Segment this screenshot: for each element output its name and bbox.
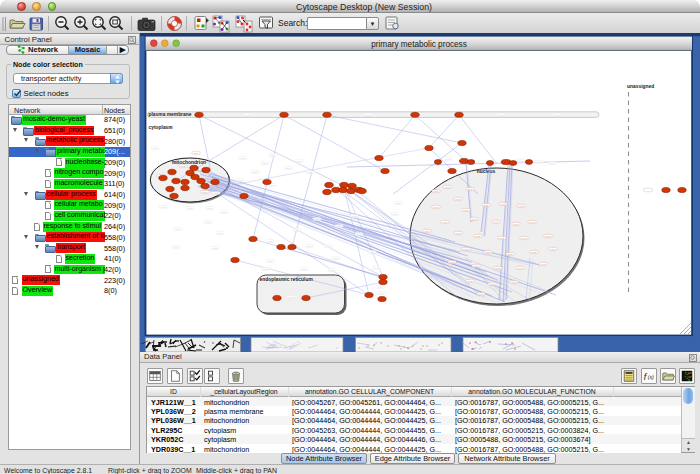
svg-text:(x-x): (x-x) <box>208 207 213 210</box>
svg-text:(x-x): (x-x) <box>519 160 524 163</box>
svg-text:(x-x): (x-x) <box>508 253 513 256</box>
svg-text:(x-x): (x-x) <box>546 235 551 238</box>
svg-text:(x-x): (x-x) <box>181 165 186 168</box>
svg-text:(x-x): (x-x) <box>468 280 473 283</box>
svg-text:(x-x): (x-x) <box>253 171 258 174</box>
svg-text:(x-x): (x-x) <box>357 233 362 236</box>
svg-text:endoplasmic reticulum: endoplasmic reticulum <box>260 277 314 282</box>
svg-text:(x-x): (x-x) <box>393 213 398 216</box>
svg-text:(x-x): (x-x) <box>500 237 505 240</box>
svg-text:(x-x): (x-x) <box>153 147 158 150</box>
svg-text:(x-x): (x-x) <box>379 292 384 295</box>
svg-text:(x-x): (x-x) <box>206 221 211 224</box>
svg-text:(x-x): (x-x) <box>268 240 273 243</box>
svg-text:(x-x): (x-x) <box>532 251 537 254</box>
svg-text:(x-x): (x-x) <box>519 205 524 208</box>
svg-text:(x-x): (x-x) <box>541 263 546 266</box>
svg-text:(x-x): (x-x) <box>537 161 542 164</box>
svg-text:(x-x): (x-x) <box>241 157 246 160</box>
svg-text:(x-x): (x-x) <box>308 171 313 174</box>
svg-text:(x-x): (x-x) <box>396 202 401 205</box>
svg-text:(x-x): (x-x) <box>555 114 560 117</box>
svg-text:(x): (x) <box>648 374 654 380</box>
svg-text:(x-x): (x-x) <box>446 158 451 161</box>
svg-text:(x-x): (x-x) <box>479 293 484 296</box>
svg-text:(x-x): (x-x) <box>512 281 517 284</box>
svg-text:(x-x): (x-x) <box>374 267 379 270</box>
svg-text:(x-x): (x-x) <box>514 223 519 226</box>
svg-text:(x-x): (x-x) <box>174 246 179 249</box>
svg-text:(x-x): (x-x) <box>203 191 208 194</box>
svg-text:(x-x): (x-x) <box>176 228 181 231</box>
svg-text:(x-x): (x-x) <box>370 251 375 254</box>
svg-text:(x-x): (x-x) <box>334 257 339 260</box>
svg-text:mitochondrion: mitochondrion <box>172 160 206 165</box>
svg-text:(x-x): (x-x) <box>464 209 469 212</box>
svg-text:(x-x): (x-x) <box>490 283 495 286</box>
svg-text:(x-x): (x-x) <box>494 221 499 224</box>
svg-text:(x-x): (x-x) <box>326 245 331 248</box>
svg-text:(x-x): (x-x) <box>297 160 302 163</box>
svg-text:(x-x): (x-x) <box>352 215 357 218</box>
svg-text:(x-x): (x-x) <box>188 207 193 210</box>
svg-text:(x-x): (x-x) <box>263 162 268 165</box>
svg-text:(x-x): (x-x) <box>238 179 243 182</box>
svg-text:(x-x): (x-x) <box>337 225 342 228</box>
svg-text:(x-x): (x-x) <box>456 198 461 201</box>
svg-text:(x-x): (x-x) <box>425 230 430 233</box>
svg-text:(x-x): (x-x) <box>501 203 506 206</box>
svg-text:(x-x): (x-x) <box>476 235 481 238</box>
svg-text:(x-x): (x-x) <box>213 247 218 250</box>
svg-text:(x-x): (x-x) <box>218 232 223 235</box>
svg-text:(x-x): (x-x) <box>366 114 371 117</box>
svg-text:(x-x): (x-x) <box>271 154 276 157</box>
svg-text:(x-x): (x-x) <box>530 221 535 224</box>
svg-text:cytoplasm: cytoplasm <box>149 125 174 130</box>
svg-text:(x-x): (x-x) <box>194 152 199 155</box>
svg-text:(x-x): (x-x) <box>315 218 320 221</box>
svg-text:(x-x): (x-x) <box>484 204 489 207</box>
svg-text:(x-x): (x-x) <box>286 167 291 170</box>
svg-text:(x-x): (x-x) <box>245 114 250 117</box>
svg-text:(x-x): (x-x) <box>474 265 479 268</box>
svg-text:(x-x): (x-x) <box>302 268 307 271</box>
svg-text:(x-x): (x-x) <box>456 232 461 235</box>
svg-text:(x-x): (x-x) <box>486 251 491 254</box>
svg-text:(x-x): (x-x) <box>434 206 439 209</box>
svg-text:(x-x): (x-x) <box>307 245 312 248</box>
svg-text:(x-x): (x-x) <box>330 269 335 272</box>
svg-text:(x-x): (x-x) <box>222 211 227 214</box>
svg-text:(x-x): (x-x) <box>472 218 477 221</box>
svg-text:unassigned: unassigned <box>627 84 654 89</box>
svg-text:(x-x): (x-x) <box>445 186 450 189</box>
svg-text:(x-x): (x-x) <box>496 267 501 270</box>
svg-text:(x-x): (x-x) <box>268 260 273 263</box>
svg-text:(x-x): (x-x) <box>551 248 556 251</box>
svg-text:(x-x): (x-x) <box>214 192 219 195</box>
svg-text:(x-x): (x-x) <box>464 248 469 251</box>
svg-text:plasma membrane: plasma membrane <box>149 112 192 117</box>
svg-text:(x-x): (x-x) <box>378 286 383 289</box>
svg-text:nucleus: nucleus <box>477 169 496 174</box>
svg-text:(x-x): (x-x) <box>161 206 166 209</box>
svg-text:(x-x): (x-x) <box>518 267 523 270</box>
svg-text:(x-x): (x-x) <box>289 296 294 299</box>
svg-text:(x-x): (x-x) <box>550 162 555 165</box>
svg-text:(x-x): (x-x) <box>443 221 448 224</box>
svg-text:primary metabolic process: primary metabolic process <box>371 40 467 49</box>
svg-text:(x-x): (x-x) <box>499 114 504 117</box>
svg-text:(x-x): (x-x) <box>270 184 275 187</box>
svg-text:(x-x): (x-x) <box>468 188 473 191</box>
svg-text:(x-x): (x-x) <box>434 190 439 193</box>
svg-text:(x-x): (x-x) <box>263 268 268 271</box>
svg-text:(x-x): (x-x) <box>295 229 300 232</box>
svg-text:(x-x): (x-x) <box>450 261 455 264</box>
svg-text:(x-x): (x-x) <box>522 237 527 240</box>
